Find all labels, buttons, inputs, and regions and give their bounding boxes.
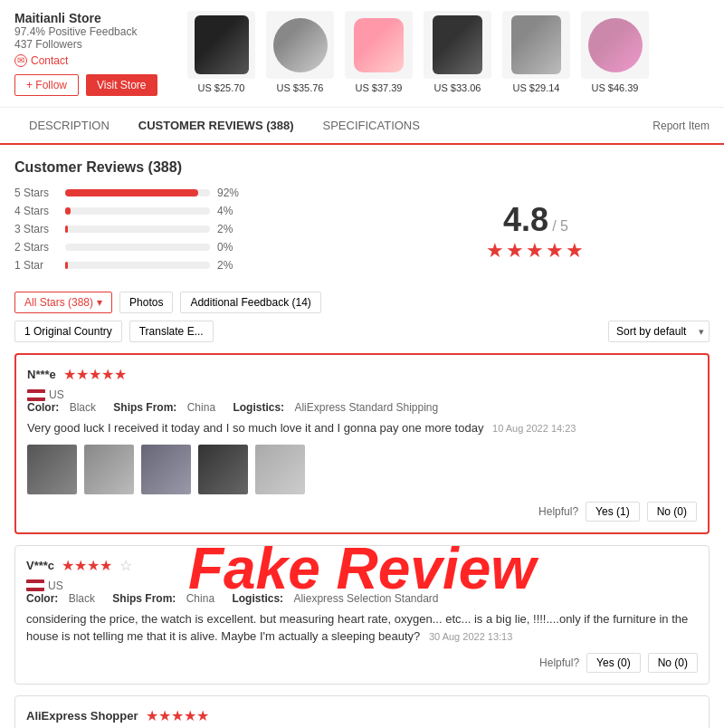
- rating-pct-2: 0%: [217, 241, 244, 254]
- watch-image-1: [195, 15, 249, 74]
- watch-image-6: [588, 18, 643, 72]
- report-item-link[interactable]: Report Item: [653, 120, 710, 132]
- filter-photos[interactable]: Photos: [119, 292, 173, 313]
- review-date-1: 10 Aug 2022 14:23: [492, 423, 576, 434]
- product-2[interactable]: US $35.76: [266, 11, 334, 93]
- sort-select[interactable]: Sort by default: [608, 321, 710, 342]
- product-thumb-6: [581, 11, 649, 79]
- rating-label-5: 5 Stars: [14, 187, 58, 199]
- rating-row-4: 4 Stars 4%: [14, 205, 362, 217]
- products-strip: US $25.70 US $35.76 US $37.39 US $33.06 …: [173, 11, 710, 93]
- store-header: Maitianli Store 97.4% Positive Feedback …: [0, 0, 724, 108]
- helpful-no-1[interactable]: No (0): [647, 502, 697, 522]
- rating-value: 4.8: [503, 201, 548, 239]
- stars-big: ★★★★★: [486, 239, 586, 263]
- rating-row-1: 1 Star 2%: [14, 259, 362, 272]
- product-price-3: US $37.39: [345, 82, 413, 93]
- bar-fill-4: [65, 207, 71, 215]
- sub-filter-translate[interactable]: Translate E...: [129, 321, 214, 342]
- review-stars-2-empty: ☆: [119, 557, 132, 574]
- product-price-2: US $35.76: [266, 82, 334, 93]
- review-card-2: V***c ★★★★ ☆ US Color: Black Ships From:…: [14, 545, 710, 685]
- bar-fill-5: [65, 189, 198, 196]
- reviewer-name-3: AliExpress Shopper: [26, 709, 138, 723]
- reviews-section: Customer Reviews (388) 5 Stars 92% 4 Sta…: [0, 145, 724, 728]
- product-price-6: US $46.39: [581, 82, 649, 93]
- review-img-1b[interactable]: [84, 445, 134, 494]
- review-date-2: 30 Aug 2022 13:13: [429, 631, 512, 642]
- bar-container-4: [65, 207, 210, 215]
- bar-fill-1: [65, 262, 68, 269]
- product-thumb-5: [502, 11, 570, 79]
- helpful-yes-2[interactable]: Yes (0): [586, 653, 641, 673]
- store-actions: + Follow Visit Store: [14, 74, 173, 96]
- review-meta-2: Color: Black Ships From: China Logistics…: [26, 592, 698, 605]
- rating-label-4: 4 Stars: [14, 205, 58, 217]
- product-4[interactable]: US $33.06: [424, 11, 491, 93]
- review-header-2: V***c ★★★★ ☆: [26, 557, 698, 574]
- review-img-1c[interactable]: [141, 445, 191, 494]
- watch-image-2: [273, 18, 328, 72]
- filter-all-stars[interactable]: All Stars (388) ▾: [14, 292, 112, 313]
- product-price-4: US $33.06: [424, 82, 491, 93]
- review-stars-3: ★★★★★: [146, 707, 209, 724]
- store-followers: 437 Followers: [14, 38, 173, 51]
- helpful-yes-1[interactable]: Yes (1): [586, 502, 640, 522]
- helpful-no-2[interactable]: No (0): [648, 653, 698, 673]
- helpful-label-2: Helpful?: [539, 656, 579, 669]
- filter-additional-feedback[interactable]: Additional Feedback (14): [180, 292, 320, 313]
- watch-image-5: [511, 15, 561, 74]
- review-meta-1: Color: Black Ships From: China Logistics…: [27, 401, 697, 414]
- review-card-3: AliExpress Shopper ★★★★★ US Color: Blue …: [14, 695, 710, 729]
- follow-button[interactable]: + Follow: [14, 74, 79, 96]
- rating-label-2: 2 Stars: [14, 241, 58, 254]
- tab-customer-reviews[interactable]: CUSTOMER REVIEWS (388): [124, 108, 309, 145]
- rating-max: / 5: [552, 218, 568, 235]
- review-img-1a[interactable]: [27, 445, 77, 494]
- country-label-2: US: [48, 580, 63, 592]
- store-name: Maitianli Store: [14, 11, 173, 25]
- rating-label-1: 1 Star: [14, 259, 58, 272]
- country-label-1: US: [49, 388, 64, 401]
- sub-filter-left: 1 Original Country Translate E...: [14, 321, 214, 342]
- visit-store-button[interactable]: Visit Store: [86, 74, 157, 96]
- watch-image-4: [433, 15, 482, 74]
- bar-container-1: [65, 262, 210, 269]
- product-thumb-4: [424, 11, 491, 79]
- review-img-1d[interactable]: [198, 445, 248, 494]
- rating-bars: 5 Stars 92% 4 Stars 4% 3 Stars 2%: [14, 187, 362, 277]
- contact-icon: ✉: [14, 54, 27, 67]
- product-3[interactable]: US $37.39: [345, 11, 413, 93]
- reviews-list-container: Fake Review 1 Original Country Translate…: [14, 321, 710, 728]
- review-text-1: Very good luck I received it today and I…: [27, 419, 697, 437]
- review-header-3: AliExpress Shopper ★★★★★: [26, 707, 698, 724]
- filter-row: All Stars (388) ▾ Photos Additional Feed…: [14, 292, 710, 313]
- product-5[interactable]: US $29.14: [502, 11, 570, 93]
- tab-specifications[interactable]: SPECIFICATIONS: [309, 108, 434, 145]
- review-card-1: N***e ★★★★★ US Color: Black Ships From: …: [14, 353, 710, 534]
- helpful-label-1: Helpful?: [538, 505, 578, 518]
- tab-description[interactable]: DESCRIPTION: [14, 108, 124, 145]
- review-img-1e[interactable]: [255, 445, 305, 494]
- product-thumb-2: [266, 11, 334, 79]
- review-text-2: considering the price, the watch is exce…: [26, 610, 698, 646]
- product-price-1: US $25.70: [187, 82, 255, 93]
- flag-wrapper-1: US: [27, 388, 697, 401]
- sub-filter-original-country[interactable]: 1 Original Country: [14, 321, 122, 342]
- bar-container-3: [65, 225, 210, 233]
- bar-container-2: [65, 244, 210, 251]
- helpful-row-1: Helpful? Yes (1) No (0): [27, 502, 697, 522]
- review-images-1: [27, 445, 697, 494]
- rating-grid: 5 Stars 92% 4 Stars 4% 3 Stars 2%: [14, 187, 710, 277]
- product-1[interactable]: US $25.70: [187, 11, 255, 93]
- rating-summary: 4.8 / 5 ★★★★★: [362, 187, 710, 277]
- product-thumb-3: [345, 11, 413, 79]
- rating-row-3: 3 Stars 2%: [14, 223, 362, 235]
- sort-wrapper: Sort by default: [608, 321, 710, 342]
- product-6[interactable]: US $46.39: [581, 11, 649, 93]
- us-flag-icon-2: [26, 580, 44, 591]
- store-contact[interactable]: ✉ Contact: [14, 54, 173, 67]
- product-thumb-1: [187, 11, 255, 79]
- flag-wrapper-2: US: [26, 580, 698, 592]
- review-stars-1: ★★★★★: [63, 366, 127, 383]
